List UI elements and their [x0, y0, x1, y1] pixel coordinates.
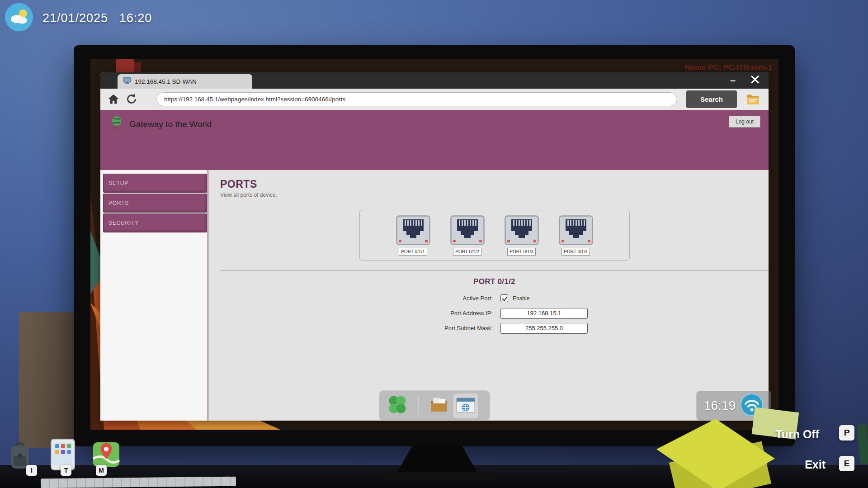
form-row-subnet: Port Subnet Mask:: [220, 321, 769, 336]
monitor-stand: [396, 445, 478, 474]
ethernet-port-icon: [505, 239, 539, 246]
minimize-button[interactable]: –: [727, 73, 739, 88]
game-scene: 21/01/2025 16:20 Nome PC: PC-ITRoom-1: [0, 0, 868, 488]
folder-icon: [746, 93, 760, 105]
port-card-0-1-4[interactable]: PORT 0/1/4: [556, 215, 596, 256]
sidebar-nav: SETUP PORTS SECURITY: [100, 170, 208, 421]
browser-tab-bar: 192.168.45.1 SD-WAN – ✕: [100, 72, 769, 89]
browser-tab[interactable]: 192.168.45.1 SD-WAN: [118, 74, 252, 89]
page-title: PORTS: [220, 178, 769, 190]
bookmarks-folder-button[interactable]: [746, 93, 760, 107]
ip-input[interactable]: [500, 308, 588, 319]
desktop-dock: [379, 390, 490, 421]
site-header: Gateway to the World Log out: [100, 110, 769, 170]
subnet-input[interactable]: [500, 323, 588, 334]
refresh-icon: [126, 93, 137, 105]
hud-datetime: 21/01/2025 16:20: [42, 11, 152, 25]
app-launcher-icon[interactable]: [387, 394, 408, 417]
main-content: PORTS View all ports of device.: [209, 170, 769, 421]
port-label: PORT 0/1/2: [453, 248, 481, 256]
form-row-active: Active Port: Enable: [220, 291, 769, 306]
section-divider: [220, 270, 769, 271]
hud-datetime-group: 21/01/2025 16:20: [5, 3, 152, 33]
ip-label: Port Address IP:: [220, 310, 493, 317]
port-card-0-1-3[interactable]: PORT 0/1/3: [502, 215, 542, 256]
port-label: PORT 0/1/1: [399, 248, 427, 256]
ports-panel: PORT 0/1/1: [359, 210, 630, 261]
weather-icon: [5, 3, 33, 33]
close-button[interactable]: ✕: [747, 69, 763, 90]
monitor-stand-base: [382, 472, 494, 480]
system-clock: 16:19: [704, 398, 736, 413]
sidebar-item-setup[interactable]: SETUP: [103, 174, 207, 193]
keyboard: [41, 477, 236, 488]
file-manager-icon[interactable]: [429, 394, 449, 417]
enable-label: Enable: [513, 295, 529, 302]
exit-key-badge: E: [839, 456, 854, 471]
port-label: PORT 0/1/4: [561, 248, 590, 256]
site-body: SETUP PORTS SECURITY PORTS View all port…: [100, 170, 769, 421]
enable-checkbox[interactable]: [500, 294, 508, 302]
port-card-0-1-2[interactable]: PORT 0/1/2: [448, 215, 487, 256]
inventory-key-badge: T: [61, 465, 71, 476]
cardboard-box: [19, 312, 77, 448]
browser-window: 192.168.45.1 SD-WAN – ✕: [100, 72, 769, 421]
browser-app-icon[interactable]: [453, 393, 478, 418]
ethernet-port-icon: [396, 239, 430, 246]
page-subtitle: View all ports of device.: [220, 192, 769, 198]
pc-screen: Nome PC: PC-ITRoom-1 192.168.45.1 SD-WAN: [90, 59, 778, 430]
inventory-key-badge: M: [96, 465, 107, 476]
turn-off-action[interactable]: Turn Off: [775, 428, 819, 441]
port-card-0-1-1[interactable]: PORT 0/1/1: [393, 215, 433, 256]
port-label: PORT 0/1/3: [507, 248, 535, 256]
dock-separator: [408, 397, 429, 415]
logout-button[interactable]: Log out: [729, 116, 760, 128]
brand-title: Gateway to the World: [129, 119, 212, 129]
sidebar-item-security[interactable]: SECURITY: [103, 213, 207, 232]
search-button[interactable]: Search: [686, 90, 737, 108]
active-port-label: Active Port:: [220, 295, 493, 302]
inventory-key-badge: I: [26, 465, 37, 476]
subnet-label: Port Subnet Mask:: [220, 325, 493, 332]
globe-icon: [110, 116, 123, 131]
tab-monitor-icon: [123, 77, 131, 86]
form-row-ip: Port Address IP:: [220, 306, 769, 321]
exit-action[interactable]: Exit: [805, 458, 826, 471]
port-detail-form: Active Port: Enable Port Address IP:: [220, 291, 769, 336]
url-input[interactable]: [156, 92, 677, 106]
home-icon: [108, 94, 119, 104]
plant-edge: [857, 424, 868, 464]
home-button[interactable]: [108, 94, 119, 106]
refresh-button[interactable]: [126, 93, 137, 107]
sidebar-item-ports[interactable]: PORTS: [103, 194, 207, 213]
ethernet-port-icon: [559, 239, 593, 246]
port-detail-title: PORT 0/1/2: [220, 277, 769, 286]
browser-toolbar: Search: [100, 89, 769, 110]
tab-title: 192.168.45.1 SD-WAN: [135, 78, 197, 85]
turn-off-key-badge: P: [839, 425, 854, 441]
ethernet-port-icon: [450, 239, 485, 246]
monitor: Nome PC: PC-ITRoom-1 192.168.45.1 SD-WAN: [74, 45, 795, 446]
